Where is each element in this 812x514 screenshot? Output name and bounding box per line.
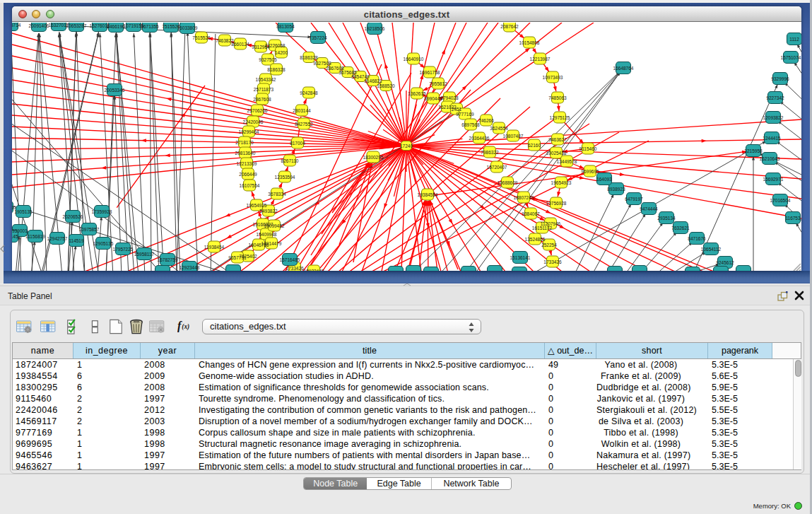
svg-text:17957225: 17957225 (113, 247, 134, 252)
svg-text:19654925: 19654925 (247, 203, 267, 208)
svg-text:20091406: 20091406 (29, 23, 49, 28)
svg-text:22420046: 22420046 (243, 119, 264, 124)
svg-text:9671355: 9671355 (141, 24, 159, 29)
svg-text:817004: 817004 (290, 141, 305, 146)
svg-text:2867608: 2867608 (253, 97, 271, 102)
svg-text:2066449: 2066449 (239, 172, 257, 177)
svg-text:9146821: 9146821 (364, 78, 382, 83)
svg-text:1905135: 1905135 (14, 209, 33, 214)
svg-text:16640910: 16640910 (404, 57, 424, 62)
svg-text:19384554: 19384554 (418, 192, 438, 197)
svg-text:15136141: 15136141 (510, 255, 531, 260)
svg-text:8813054: 8813054 (276, 24, 295, 29)
svg-text:16151172: 16151172 (532, 226, 553, 230)
svg-text:19218506: 19218506 (365, 26, 385, 31)
svg-text:10099482: 10099482 (264, 223, 285, 228)
svg-text:20053346: 20053346 (105, 88, 125, 93)
svg-text:116753: 116753 (785, 216, 801, 221)
svg-text:13524855: 13524855 (525, 237, 546, 242)
svg-text:10973493: 10973493 (543, 75, 563, 80)
svg-text:12923448: 12923448 (180, 265, 200, 270)
svg-text:9657791: 9657791 (228, 255, 247, 260)
svg-text:7357224: 7357224 (309, 35, 327, 40)
svg-text:6794028: 6794028 (440, 95, 459, 100)
svg-text:9327508: 9327508 (313, 61, 331, 66)
svg-text:114519: 114519 (69, 238, 84, 243)
svg-text:11156819: 11156819 (25, 234, 45, 239)
svg-text:1112: 1112 (789, 37, 799, 42)
svg-text:12975125: 12975125 (550, 115, 570, 120)
svg-text:23226058: 23226058 (265, 43, 286, 48)
svg-text:12923448: 12923448 (304, 269, 324, 271)
svg-text:8186328: 8186328 (267, 67, 286, 72)
svg-text:10154808: 10154808 (519, 40, 540, 45)
svg-text:9463627: 9463627 (548, 137, 567, 142)
svg-text:10025438: 10025438 (546, 151, 567, 156)
svg-text:17359928: 17359928 (92, 209, 112, 214)
svg-text:20206526: 20206526 (63, 214, 83, 219)
svg-text:746266: 746266 (478, 118, 494, 123)
svg-text:20364436: 20364436 (469, 136, 490, 141)
svg-text:16961758: 16961758 (420, 70, 440, 75)
svg-text:12353594: 12353594 (275, 175, 295, 180)
svg-text:15716485: 15716485 (280, 257, 300, 262)
svg-text:12905135: 12905135 (93, 241, 114, 246)
svg-text:9242848: 9242848 (300, 90, 318, 95)
svg-text:6897568: 6897568 (461, 122, 480, 127)
svg-text:17016504: 17016504 (770, 198, 791, 203)
svg-text:19654923: 19654923 (551, 180, 572, 185)
svg-text:14200: 14200 (275, 50, 288, 55)
svg-text:23706266: 23706266 (247, 108, 268, 113)
svg-text:15409948: 15409948 (257, 232, 277, 237)
svg-text:7955812: 7955812 (429, 81, 447, 86)
svg-text:25711873: 25711873 (254, 87, 274, 92)
svg-text:2087642: 2087642 (500, 24, 519, 29)
svg-text:10975857: 10975857 (79, 227, 100, 232)
svg-text:9329996: 9329996 (771, 76, 789, 81)
svg-text:18807249: 18807249 (514, 195, 534, 200)
svg-text:9327505: 9327505 (259, 57, 277, 62)
svg-text:9384067: 9384067 (522, 211, 540, 216)
svg-text:8990448: 8990448 (424, 96, 442, 101)
svg-text:1362615: 1362615 (408, 91, 426, 96)
svg-text:16648764: 16648764 (613, 66, 634, 71)
svg-text:2935134: 2935134 (657, 216, 676, 221)
svg-text:6479197: 6479197 (625, 197, 643, 201)
svg-text:17240: 17240 (400, 144, 413, 148)
svg-text:10543342: 10543342 (256, 77, 276, 82)
svg-text:1588520: 1588520 (377, 83, 395, 88)
svg-text:3215958: 3215958 (744, 148, 763, 153)
svg-text:3624554: 3624554 (490, 126, 508, 131)
svg-text:7485063: 7485063 (548, 95, 567, 100)
svg-text:5493822: 5493822 (259, 209, 278, 214)
svg-text:8186328: 8186328 (300, 55, 318, 60)
svg-text:1244415: 1244415 (763, 136, 781, 141)
svg-text:164093: 164093 (596, 177, 612, 182)
svg-text:7986322: 7986322 (481, 150, 499, 155)
svg-text:12942757: 12942757 (47, 236, 68, 241)
svg-text:14055714: 14055714 (12, 23, 21, 28)
svg-text:14914479: 14914479 (261, 241, 282, 246)
svg-text:2451: 2451 (452, 107, 462, 112)
svg-text:6466190: 6466190 (107, 24, 125, 29)
svg-text:7632621: 7632621 (671, 226, 690, 230)
svg-text:2718170: 2718170 (235, 140, 254, 145)
svg-text:15958117: 15958117 (134, 252, 155, 257)
svg-text:3678334: 3678334 (268, 192, 286, 197)
svg-text:15720407: 15720407 (487, 165, 507, 170)
svg-text:18300295: 18300295 (363, 155, 384, 160)
svg-text:10654112: 10654112 (701, 247, 722, 252)
svg-text:15692971: 15692971 (763, 177, 784, 182)
svg-text:12213987: 12213987 (530, 57, 551, 62)
svg-text:16210643: 16210643 (760, 156, 780, 161)
svg-text:9474444: 9474444 (640, 206, 658, 211)
svg-text:12093822: 12093822 (763, 115, 784, 120)
svg-text:7515526: 7515526 (192, 35, 211, 40)
svg-text:16782759: 16782759 (158, 257, 178, 262)
svg-text:8267110: 8267110 (281, 158, 299, 163)
svg-text:939001: 939001 (12, 228, 28, 233)
svg-text:9245612: 9245612 (716, 260, 734, 265)
svg-text:9699695: 9699695 (581, 169, 599, 174)
svg-text:9777169: 9777169 (456, 112, 474, 117)
svg-text:15751074: 15751074 (781, 55, 801, 60)
